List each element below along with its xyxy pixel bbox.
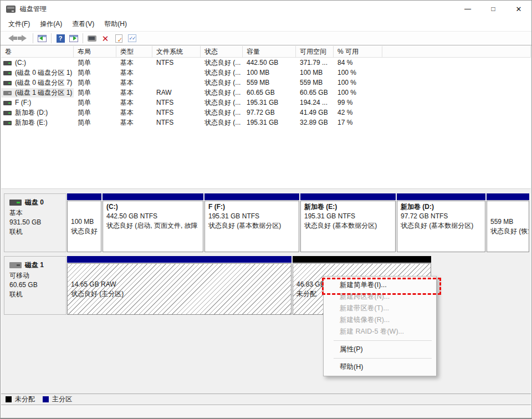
window-title: 磁盘管理 xyxy=(20,4,47,14)
menu-item-new-simple-volume[interactable]: 新建简单卷(I)... xyxy=(324,279,436,291)
disk-icon xyxy=(9,262,22,268)
table-row-selected[interactable]: (磁盘 1 磁盘分区 1) 简单 基本 RAW 状态良好 (... 60.65 … xyxy=(1,88,531,98)
cell-volume: (C:) xyxy=(15,59,26,67)
disk-0-row: 磁盘 0 基本 931.50 GB 联机 100 MB 状态良好 (C xyxy=(4,193,531,252)
check-page-icon[interactable] xyxy=(112,32,125,44)
partition-d[interactable]: 新加卷 (D:) 97.72 GB NTFS 状态良好 (基本数据分区) xyxy=(397,193,485,252)
cell-pct: 42 % xyxy=(334,109,382,116)
menu-bar: 文件(F) 操作(A) 查看(V) 帮助(H) xyxy=(1,17,531,31)
menu-separator xyxy=(334,340,432,341)
menu-view[interactable]: 查看(V) xyxy=(67,17,99,31)
table-row[interactable]: (C:) 简单 基本 NTFS 状态良好 (... 442.50 GB 371.… xyxy=(1,58,531,68)
cell-free: 371.79 ... xyxy=(296,59,334,67)
menu-item-help[interactable]: 帮助(H) xyxy=(324,361,436,373)
toolbar-separator xyxy=(83,33,83,43)
partition-f[interactable]: F (F:) 195.31 GB NTFS 状态良好 (基本数据分区) xyxy=(204,193,299,252)
disk-size: 931.50 GB xyxy=(9,218,66,227)
toolbar: ? ✕ xyxy=(1,31,531,45)
cell-type: 基本 xyxy=(116,118,152,127)
menu-help[interactable]: 帮助(H) xyxy=(99,17,132,31)
cell-volume: 新加卷 (E:) xyxy=(15,118,48,127)
column-header-volume[interactable]: 卷 xyxy=(1,46,74,58)
partition-header-primary xyxy=(300,193,396,200)
back-icon[interactable] xyxy=(4,32,17,44)
cell-pct: 100 % xyxy=(334,69,382,76)
maximize-button[interactable]: □ xyxy=(480,1,506,17)
checklist-icon[interactable] xyxy=(125,32,139,44)
export-list-icon[interactable] xyxy=(67,32,80,44)
cell-volume: 新加卷 (D:) xyxy=(15,108,48,117)
legend-unallocated-label: 未分配 xyxy=(15,395,35,404)
cell-capacity: 559 MB xyxy=(243,79,296,86)
table-row[interactable]: F (F:) 简单 基本 NTFS 状态良好 (... 195.31 GB 19… xyxy=(1,98,531,108)
partition-raw[interactable]: 14.65 GB RAW 状态良好 (主分区) xyxy=(67,256,291,315)
partition-size: 195.31 GB NTFS xyxy=(304,212,395,221)
delete-icon[interactable]: ✕ xyxy=(99,32,112,44)
disk-0-label-panel[interactable]: 磁盘 0 基本 931.50 GB 联机 xyxy=(4,193,66,252)
column-header-filesystem[interactable]: 文件系统 xyxy=(152,46,201,58)
menu-file[interactable]: 文件(F) xyxy=(3,17,35,31)
toolbar-separator xyxy=(51,33,52,43)
table-row[interactable]: 新加卷 (D:) 简单 基本 NTFS 状态良好 (... 97.72 GB 4… xyxy=(1,108,531,117)
menu-item-new-mirrored-volume: 新建镜像卷(R)... xyxy=(324,314,436,326)
table-row[interactable]: (磁盘 0 磁盘分区 7) 简单 基本 状态良好 (... 559 MB 559… xyxy=(1,78,531,88)
column-header-type[interactable]: 类型 xyxy=(116,46,152,58)
cell-type: 基本 xyxy=(116,108,152,117)
forward-icon[interactable] xyxy=(17,32,30,44)
title-bar: 磁盘管理 — □ ✕ xyxy=(1,1,531,17)
partition-header-primary xyxy=(67,193,101,200)
column-header-free[interactable]: 可用空间 xyxy=(296,46,334,58)
cell-free: 41.49 GB xyxy=(296,109,334,116)
cell-fs: NTFS xyxy=(152,59,201,67)
partition-system[interactable]: 100 MB 状态良好 xyxy=(67,193,101,252)
volume-icon xyxy=(3,121,12,125)
disk-1-label-panel[interactable]: 磁盘 1 可移动 60.65 GB 联机 xyxy=(4,256,66,315)
cell-layout: 简单 xyxy=(74,68,116,78)
cell-status: 状态良好 (... xyxy=(201,58,243,68)
volume-icon xyxy=(3,81,12,85)
menu-item-properties[interactable]: 属性(P) xyxy=(324,344,436,355)
partition-size: 195.31 GB NTFS xyxy=(208,212,299,221)
partition-header-primary xyxy=(67,256,291,263)
table-row[interactable]: (磁盘 0 磁盘分区 1) 简单 基本 状态良好 (... 100 MB 100… xyxy=(1,68,531,78)
menu-item-new-raid5-volume: 新建 RAID-5 卷(W)... xyxy=(324,326,436,338)
cell-pct: 100 % xyxy=(334,79,382,86)
partition-header-primary xyxy=(487,193,529,200)
cell-pct: 99 % xyxy=(334,99,382,106)
table-row[interactable]: 新加卷 (E:) 简单 基本 NTFS 状态良好 (... 195.31 GB … xyxy=(1,117,531,127)
disk-kind: 可移动 xyxy=(9,271,66,280)
cell-free: 60.65 GB xyxy=(296,89,334,96)
disk-name: 磁盘 1 xyxy=(25,260,44,270)
cell-type: 基本 xyxy=(116,78,152,88)
partition-recovery[interactable]: 559 MB 状态良好 (恢复 xyxy=(487,193,529,252)
cell-layout: 简单 xyxy=(74,88,116,98)
partition-c[interactable]: (C:) 442.50 GB NTFS 状态良好 (启动, 页面文件, 故障 xyxy=(103,193,203,252)
cell-free: 194.24 ... xyxy=(296,99,334,106)
cell-status: 状态良好 (... xyxy=(201,88,243,98)
screen-icon[interactable] xyxy=(85,32,99,44)
partition-e[interactable]: 新加卷 (E:) 195.31 GB NTFS 状态良好 (基本数据分区) xyxy=(300,193,396,252)
column-header-status[interactable]: 状态 xyxy=(201,46,243,58)
cell-layout: 简单 xyxy=(74,118,116,127)
console-tree-icon[interactable] xyxy=(35,32,49,44)
column-header-pct-free[interactable]: % 可用 xyxy=(334,46,382,58)
column-header-capacity[interactable]: 容量 xyxy=(243,46,296,58)
legend-primary-swatch xyxy=(43,396,49,402)
minimize-button[interactable]: — xyxy=(455,1,480,17)
close-button[interactable]: ✕ xyxy=(506,1,531,17)
column-header-layout[interactable]: 布局 xyxy=(74,46,116,58)
menu-separator xyxy=(334,358,432,359)
cell-fs: RAW xyxy=(152,89,201,96)
help-icon[interactable]: ? xyxy=(54,32,67,44)
column-header-empty xyxy=(382,46,531,58)
partition-status: 状态良好 (基本数据分区) xyxy=(401,221,485,231)
cell-pct: 100 % xyxy=(334,89,382,96)
partition-title: (C:) xyxy=(106,202,203,212)
app-icon xyxy=(6,6,16,13)
cell-status: 状态良好 (... xyxy=(201,78,243,88)
partition-header-unallocated xyxy=(293,256,431,263)
volume-icon xyxy=(3,91,12,95)
graphical-view: 磁盘 0 基本 931.50 GB 联机 100 MB 状态良好 (C xyxy=(1,188,531,394)
menu-action[interactable]: 操作(A) xyxy=(35,17,67,31)
disk-1-row: 磁盘 1 可移动 60.65 GB 联机 14.65 GB RAW 状态良好 (… xyxy=(4,256,531,315)
